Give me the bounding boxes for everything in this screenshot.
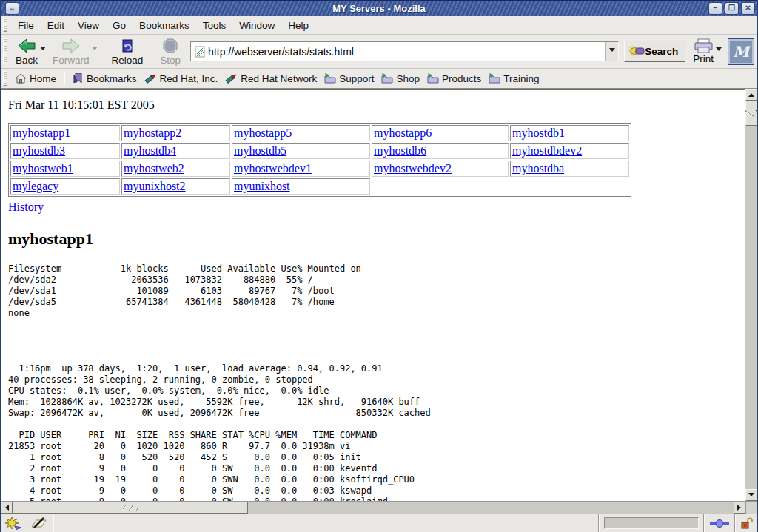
horizontal-scrollbar[interactable] bbox=[1, 501, 757, 514]
url-dropdown-button[interactable] bbox=[605, 42, 618, 61]
scroll-up-button[interactable] bbox=[745, 89, 757, 101]
bookmark-training[interactable]: Training bbox=[485, 72, 543, 86]
red-hat-icon bbox=[144, 73, 157, 84]
server-link-myhostwebdev1[interactable]: myhostwebdev1 bbox=[234, 162, 312, 175]
server-link-myhostdbdev2[interactable]: myhostdbdev2 bbox=[512, 144, 582, 157]
horizontal-scroll-track[interactable] bbox=[248, 502, 734, 514]
server-link-myunixhost2[interactable]: myunixhost2 bbox=[124, 180, 186, 192]
server-link-myhostdb4[interactable]: myhostdb4 bbox=[124, 144, 176, 157]
search-button[interactable]: Search bbox=[624, 41, 685, 62]
scroll-left-button[interactable] bbox=[1, 502, 13, 514]
vertical-scroll-track[interactable] bbox=[745, 126, 757, 489]
status-message-area bbox=[54, 514, 598, 532]
bookmark-home[interactable]: Home bbox=[11, 72, 60, 86]
server-link-myhostweb1[interactable]: myhostweb1 bbox=[13, 162, 73, 175]
bookmark-shop[interactable]: Shop bbox=[378, 72, 423, 86]
navigation-toolbar: Back Forward Reload Stop bbox=[1, 35, 757, 69]
menu-view[interactable]: View bbox=[71, 18, 106, 33]
minimize-button[interactable]: − bbox=[708, 2, 722, 15]
server-link-myhostapp5[interactable]: myhostapp5 bbox=[234, 127, 292, 139]
home-icon bbox=[15, 73, 27, 84]
down-arrow-icon bbox=[748, 493, 754, 499]
bookmark-bookmarks-menu[interactable]: Bookmarks bbox=[69, 71, 141, 86]
history-row: History bbox=[8, 201, 745, 214]
server-table: myhostapp1myhostapp2myhostapp5myhostapp6… bbox=[8, 123, 631, 197]
server-link-myhostdb3[interactable]: myhostdb3 bbox=[13, 144, 65, 157]
bookmark-redhat-inc[interactable]: Red Hat, Inc. bbox=[141, 71, 222, 86]
red-hat-icon bbox=[225, 73, 238, 84]
menu-tools[interactable]: Tools bbox=[196, 18, 233, 33]
server-link-mylegacy[interactable]: mylegacy bbox=[13, 180, 58, 192]
maximize-button[interactable]: ❐ bbox=[725, 2, 739, 15]
menubar-grippy[interactable] bbox=[3, 18, 7, 33]
vertical-scrollbar[interactable] bbox=[745, 89, 757, 501]
menu-edit[interactable]: Edit bbox=[41, 18, 71, 33]
mozilla-logo[interactable]: M bbox=[728, 38, 754, 65]
server-link-myhostapp2[interactable]: myhostapp2 bbox=[124, 127, 181, 139]
server-link-myhostdb1[interactable]: myhostdb1 bbox=[512, 127, 565, 139]
url-input[interactable] bbox=[205, 46, 605, 58]
server-table-row: myhostweb1myhostweb2myhostwebdev1myhostw… bbox=[10, 161, 629, 177]
ptbar-separator bbox=[64, 72, 65, 85]
folder-icon bbox=[381, 73, 393, 84]
forward-button[interactable]: Forward bbox=[48, 37, 100, 67]
menu-help[interactable]: Help bbox=[281, 18, 315, 33]
host-section-heading: myhostapp1 bbox=[8, 229, 745, 249]
history-link[interactable]: History bbox=[8, 201, 44, 213]
server-link-myhostdb6[interactable]: myhostdb6 bbox=[374, 144, 426, 157]
horizontal-scroll-thumb[interactable] bbox=[13, 502, 248, 514]
scroll-right-button[interactable] bbox=[734, 502, 745, 514]
progress-meter bbox=[604, 517, 699, 529]
page-bookmark-icon[interactable] bbox=[195, 46, 205, 58]
stop-button[interactable]: Stop bbox=[155, 37, 183, 67]
window-title: MY Servers - Mozilla bbox=[1, 3, 757, 14]
server-link-myhostapp1[interactable]: myhostapp1 bbox=[13, 127, 70, 139]
server-table-row: myhostdb3myhostdb4myhostdb5myhostdb6myho… bbox=[10, 143, 629, 159]
server-link-myhostweb2[interactable]: myhostweb2 bbox=[124, 162, 184, 175]
navigator-component-icon[interactable] bbox=[5, 516, 23, 530]
stop-icon bbox=[161, 38, 179, 55]
close-button[interactable]: ✕ bbox=[741, 2, 755, 15]
back-icon bbox=[17, 38, 36, 55]
print-dropdown-icon[interactable] bbox=[716, 47, 722, 54]
vertical-scroll-thumb[interactable] bbox=[745, 101, 757, 126]
menu-file[interactable]: File bbox=[11, 18, 41, 33]
navbar-grippy[interactable] bbox=[3, 38, 7, 64]
server-link-myunixhost[interactable]: myunixhost bbox=[234, 180, 290, 192]
page-content: Fri Mar 11 10:15:01 EST 2005 myhostapp1m… bbox=[1, 89, 745, 501]
back-dropdown-icon[interactable] bbox=[40, 47, 46, 53]
server-link-myhostdb5[interactable]: myhostdb5 bbox=[234, 144, 286, 157]
server-table-row: mylegacymyunixhost2myunixhost bbox=[10, 178, 629, 195]
back-button[interactable]: Back bbox=[11, 37, 48, 67]
folder-icon bbox=[489, 73, 500, 84]
personal-toolbar: Home Bookmarks Red Hat, Inc. Red Hat Net… bbox=[1, 69, 757, 89]
menu-go[interactable]: Go bbox=[106, 18, 133, 33]
server-table-row: myhostapp1myhostapp2myhostapp5myhostapp6… bbox=[10, 125, 629, 141]
server-link-myhostapp6[interactable]: myhostapp6 bbox=[374, 127, 432, 139]
print-icon bbox=[694, 38, 714, 53]
menu-bookmarks[interactable]: Bookmarks bbox=[133, 18, 196, 33]
thumb-grip bbox=[123, 505, 138, 511]
bookmark-products[interactable]: Products bbox=[423, 72, 485, 86]
component-bar bbox=[1, 514, 53, 532]
statusbar-separator bbox=[598, 514, 600, 532]
scroll-down-button[interactable] bbox=[745, 489, 757, 501]
url-dropdown-chevron-icon bbox=[609, 48, 615, 55]
bookmark-support[interactable]: Support bbox=[321, 72, 378, 86]
server-link-myhostwebdev2[interactable]: myhostwebdev2 bbox=[374, 162, 452, 175]
online-status-indicator[interactable] bbox=[705, 514, 734, 532]
forward-dropdown-icon bbox=[92, 47, 98, 53]
reload-button[interactable]: Reload bbox=[107, 37, 146, 67]
url-bar bbox=[190, 41, 619, 61]
bookmark-redhat-network[interactable]: Red Hat Network bbox=[221, 71, 321, 86]
print-button[interactable]: Print bbox=[693, 38, 722, 64]
folder-icon bbox=[324, 73, 336, 84]
composer-component-icon[interactable] bbox=[30, 516, 48, 530]
bookmarks-icon bbox=[73, 73, 84, 84]
menu-window[interactable]: Window bbox=[232, 18, 281, 33]
server-link-myhostdba[interactable]: myhostdba bbox=[512, 162, 564, 175]
reload-icon bbox=[118, 38, 136, 55]
ptbar-grippy[interactable] bbox=[3, 71, 7, 86]
window-menu-button[interactable]: ⌄ bbox=[5, 2, 19, 15]
security-indicator[interactable] bbox=[736, 514, 757, 532]
